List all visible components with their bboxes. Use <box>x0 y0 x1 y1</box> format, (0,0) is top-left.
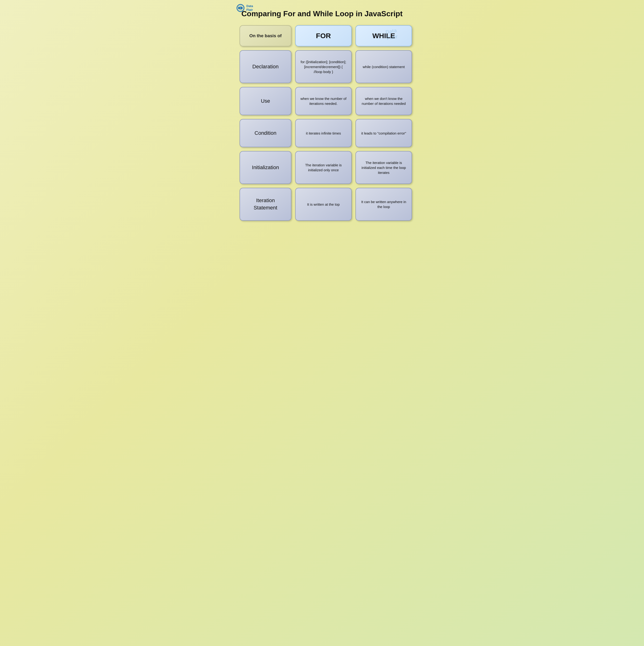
logo-text: Data Flair <box>246 4 253 12</box>
page-title: Comparing For and While Loop in JavaScri… <box>239 7 405 18</box>
row-initialization-while: The iteration variable is initialized ea… <box>355 151 412 184</box>
comparison-grid: On the basis of FOR WHILE Declaration fo… <box>239 25 405 221</box>
row-initialization-label: Initialization <box>239 151 291 184</box>
header-for-cell: FOR <box>295 25 352 46</box>
row-iteration-label: Iteration Statement <box>239 188 291 221</box>
row-iteration-for: It is written at the top <box>295 188 352 221</box>
row-use-for: when we know the number of iterations ne… <box>295 87 352 115</box>
row-condition-label: Condition <box>239 119 291 147</box>
logo-icon <box>236 4 245 12</box>
row-declaration-while: while (condition) statement <box>355 50 412 83</box>
header-basis-cell: On the basis of <box>239 25 291 46</box>
row-condition-for: it iterates infinite times <box>295 119 352 147</box>
logo: Data Flair <box>236 4 253 12</box>
row-declaration-for: for ([initialization]; [condition]; [inc… <box>295 50 352 83</box>
row-condition-while: it leads to "compilation error" <box>355 119 412 147</box>
main-container: Data Flair Data Flair Comparing For and … <box>232 0 412 228</box>
row-iteration-while: It can be written anywhere in the loop <box>355 188 412 221</box>
row-declaration-label: Declaration <box>239 50 291 83</box>
row-use-while: when we don't know the number of iterati… <box>355 87 412 115</box>
row-use-label: Use <box>239 87 291 115</box>
row-initialization-for: The iteration variable is initialized on… <box>295 151 352 184</box>
header-while-cell: WHILE <box>355 25 412 46</box>
svg-point-2 <box>238 7 240 9</box>
